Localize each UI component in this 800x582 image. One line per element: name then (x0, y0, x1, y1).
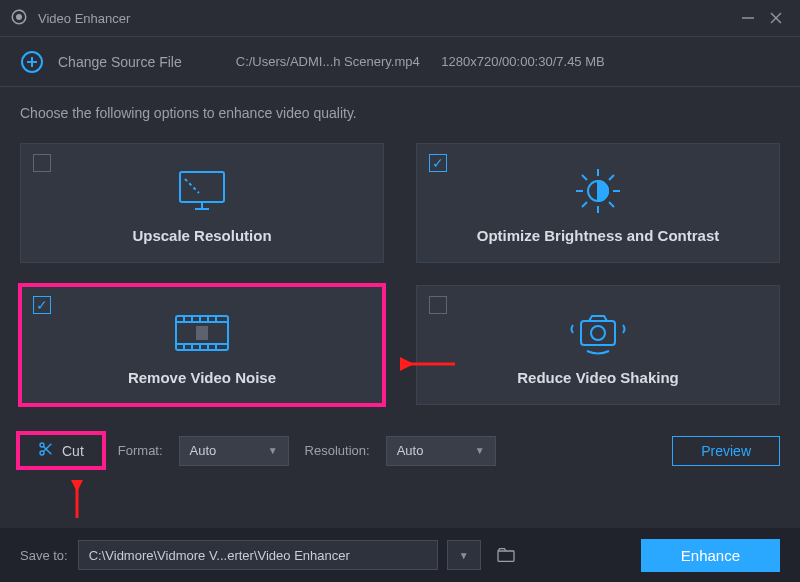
close-button[interactable] (762, 4, 790, 32)
svg-rect-34 (196, 326, 208, 340)
svg-point-1 (17, 14, 22, 19)
controls-row: Cut Format: Auto ▼ Resolution: Auto ▼ Pr… (20, 435, 780, 466)
checkbox-denoise[interactable] (33, 296, 51, 314)
sun-icon (573, 163, 623, 219)
format-value: Auto (190, 443, 217, 458)
add-source-button[interactable] (20, 50, 44, 74)
svg-rect-8 (180, 172, 224, 202)
save-path-display[interactable]: C:\Vidmore\Vidmore V...erter\Video Enhan… (78, 540, 438, 570)
cut-label: Cut (62, 443, 84, 459)
change-source-link[interactable]: Change Source File (58, 54, 182, 70)
option-remove-noise[interactable]: Remove Video Noise (20, 285, 384, 405)
save-to-label: Save to: (20, 548, 68, 563)
option-label: Remove Video Noise (128, 369, 276, 386)
preview-button[interactable]: Preview (672, 436, 780, 466)
app-icon (10, 8, 28, 29)
titlebar: Video Enhancer (0, 0, 800, 36)
svg-line-19 (609, 175, 614, 180)
annotation-arrow-cut (65, 480, 89, 522)
resolution-value: Auto (397, 443, 424, 458)
checkbox-shake[interactable] (429, 296, 447, 314)
checkbox-upscale[interactable] (33, 154, 51, 172)
svg-line-17 (582, 175, 587, 180)
film-icon (172, 305, 232, 361)
option-label: Upscale Resolution (132, 227, 271, 244)
source-bar: Change Source File C:/Users/ADMI...h Sce… (0, 37, 800, 87)
source-path: C:/Users/ADMI...h Scenery.mp4 (236, 54, 420, 69)
options-grid: Upscale Resolution Optimize Brightness a… (20, 143, 780, 405)
camera-shake-icon (569, 305, 627, 361)
source-meta: 1280x720/00:00:30/7.45 MB (441, 54, 604, 69)
svg-point-37 (40, 443, 44, 447)
save-path-text: C:\Vidmore\Vidmore V...erter\Video Enhan… (89, 548, 350, 563)
format-label: Format: (118, 443, 163, 458)
save-path-dropdown[interactable]: ▼ (447, 540, 481, 570)
chevron-down-icon: ▼ (268, 445, 278, 456)
source-info: C:/Users/ADMI...h Scenery.mp4 1280x720/0… (236, 54, 623, 69)
option-label: Optimize Brightness and Contrast (477, 227, 720, 244)
scissors-icon (38, 441, 54, 460)
svg-point-38 (40, 451, 44, 455)
browse-folder-button[interactable] (491, 540, 521, 570)
svg-point-36 (591, 326, 605, 340)
svg-rect-41 (498, 551, 514, 561)
resolution-label: Resolution: (305, 443, 370, 458)
resolution-select[interactable]: Auto ▼ (386, 436, 496, 466)
svg-line-18 (609, 202, 614, 207)
option-brightness-contrast[interactable]: Optimize Brightness and Contrast (416, 143, 780, 263)
checkbox-brightness[interactable] (429, 154, 447, 172)
cut-button[interactable]: Cut (20, 435, 102, 466)
monitor-icon (175, 163, 229, 219)
svg-rect-35 (581, 321, 615, 345)
bottom-bar: Save to: C:\Vidmore\Vidmore V...erter\Vi… (0, 528, 800, 582)
minimize-button[interactable] (734, 4, 762, 32)
chevron-down-icon: ▼ (475, 445, 485, 456)
svg-line-20 (582, 202, 587, 207)
option-upscale-resolution[interactable]: Upscale Resolution (20, 143, 384, 263)
option-reduce-shaking[interactable]: Reduce Video Shaking (416, 285, 780, 405)
instruction-text: Choose the following options to enhance … (20, 105, 780, 121)
format-select[interactable]: Auto ▼ (179, 436, 289, 466)
app-title: Video Enhancer (38, 11, 130, 26)
option-label: Reduce Video Shaking (517, 369, 678, 386)
enhance-button[interactable]: Enhance (641, 539, 780, 572)
svg-line-9 (185, 179, 199, 193)
